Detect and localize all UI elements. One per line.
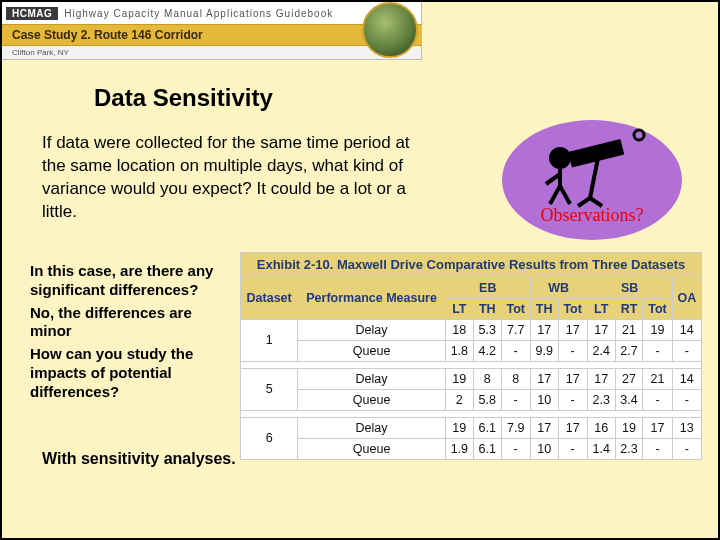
table-cell-dataset: 1	[241, 319, 298, 361]
th-sb-lt: LT	[587, 298, 615, 319]
table-cell: 6.1	[473, 438, 501, 459]
th-eb: EB	[445, 277, 530, 298]
table-cell: 17	[558, 368, 587, 389]
question-3: How can you study the impacts of potenti…	[30, 345, 230, 401]
table-cell: 17	[587, 319, 615, 340]
table-cell: -	[558, 389, 587, 410]
table-cell: 7.7	[501, 319, 530, 340]
table-cell: 17	[558, 319, 587, 340]
svg-point-9	[634, 130, 644, 140]
qa-column: In this case, are there any significant …	[30, 262, 230, 405]
table-cell: 2.3	[615, 438, 643, 459]
svg-line-7	[578, 198, 590, 206]
table-cell: 27	[615, 368, 643, 389]
table-cell: 17	[530, 319, 558, 340]
th-wb: WB	[530, 277, 587, 298]
table-cell: 19	[643, 319, 672, 340]
table-cell: 14	[672, 319, 701, 340]
th-oa: OA	[672, 277, 701, 319]
table-cell-dataset: 6	[241, 417, 298, 459]
table-cell-measure: Delay	[298, 319, 446, 340]
table-cell: -	[643, 340, 672, 361]
th-dataset: Dataset	[241, 277, 298, 319]
svg-line-4	[546, 174, 560, 184]
table-cell: 18	[445, 319, 473, 340]
table-cell: 2.7	[615, 340, 643, 361]
page-title: Data Sensitivity	[94, 84, 273, 112]
th-eb-tot: Tot	[501, 298, 530, 319]
table-cell: 17	[530, 368, 558, 389]
table-cell: 19	[445, 417, 473, 438]
table-cell: 6.1	[473, 417, 501, 438]
header-photo-circle	[362, 2, 418, 58]
table-cell: 19	[615, 417, 643, 438]
question-1: If data were collected for the same time…	[42, 132, 422, 224]
table-cell: 1.9	[445, 438, 473, 459]
table-cell: 10	[530, 389, 558, 410]
table-cell: -	[558, 438, 587, 459]
table-cell: 16	[587, 417, 615, 438]
table-cell: -	[672, 340, 701, 361]
svg-line-8	[590, 198, 602, 206]
table-cell: -	[501, 389, 530, 410]
table-cell: -	[672, 389, 701, 410]
table-cell: 17	[558, 417, 587, 438]
svg-line-3	[560, 186, 570, 204]
table-cell: 17	[587, 368, 615, 389]
table-cell: 1.4	[587, 438, 615, 459]
table-cell: 4.2	[473, 340, 501, 361]
exhibit-table-wrap: Exhibit 2-10. Maxwell Drive Comparative …	[240, 252, 702, 460]
svg-point-0	[549, 147, 571, 169]
table-cell: -	[643, 389, 672, 410]
header-location: Clifton Park, NY	[2, 46, 421, 59]
th-eb-th: TH	[473, 298, 501, 319]
header-case-study: Case Study 2. Route 146 Corridor	[2, 24, 421, 46]
th-sb: SB	[587, 277, 672, 298]
th-wb-th: TH	[530, 298, 558, 319]
th-wb-tot: Tot	[558, 298, 587, 319]
observations-bubble: Observations?	[502, 120, 682, 240]
table-cell-measure: Queue	[298, 389, 446, 410]
question-2: In this case, are there any significant …	[30, 262, 230, 300]
answer-2: No, the differences are minor	[30, 304, 230, 342]
table-cell: -	[501, 438, 530, 459]
table-cell: 8	[501, 368, 530, 389]
table-cell-measure: Queue	[298, 438, 446, 459]
table-cell: 1.8	[445, 340, 473, 361]
table-cell: 7.9	[501, 417, 530, 438]
table-cell: 14	[672, 368, 701, 389]
table-cell: 21	[615, 319, 643, 340]
table-cell-measure: Delay	[298, 417, 446, 438]
telescope-icon	[540, 128, 650, 208]
exhibit-table: Dataset Performance Measure EB WB SB OA …	[240, 277, 702, 460]
table-cell: -	[643, 438, 672, 459]
table-cell: 17	[643, 417, 672, 438]
table-cell-measure: Delay	[298, 368, 446, 389]
table-cell: 19	[445, 368, 473, 389]
table-cell: 8	[473, 368, 501, 389]
table-cell: 9.9	[530, 340, 558, 361]
table-cell: -	[501, 340, 530, 361]
exhibit-title: Exhibit 2-10. Maxwell Drive Comparative …	[240, 252, 702, 277]
table-cell: 17	[530, 417, 558, 438]
table-cell: 5.3	[473, 319, 501, 340]
table-cell: 2	[445, 389, 473, 410]
svg-line-6	[590, 158, 598, 198]
table-cell: 21	[643, 368, 672, 389]
th-sb-tot: Tot	[643, 298, 672, 319]
table-cell: 2.3	[587, 389, 615, 410]
th-sb-rt: RT	[615, 298, 643, 319]
slide: HCMAG Highway Capacity Manual Applicatio…	[0, 0, 720, 540]
table-cell: 5.8	[473, 389, 501, 410]
table-cell-measure: Queue	[298, 340, 446, 361]
table-cell: 2.4	[587, 340, 615, 361]
bubble-label: Observations?	[541, 205, 644, 226]
svg-line-2	[550, 186, 560, 204]
answer-3: With sensitivity analyses.	[42, 450, 236, 468]
table-cell: 13	[672, 417, 701, 438]
th-eb-lt: LT	[445, 298, 473, 319]
header-banner: HCMAG Highway Capacity Manual Applicatio…	[2, 2, 422, 60]
th-pm: Performance Measure	[298, 277, 446, 319]
table-cell: -	[672, 438, 701, 459]
table-cell-dataset: 5	[241, 368, 298, 410]
